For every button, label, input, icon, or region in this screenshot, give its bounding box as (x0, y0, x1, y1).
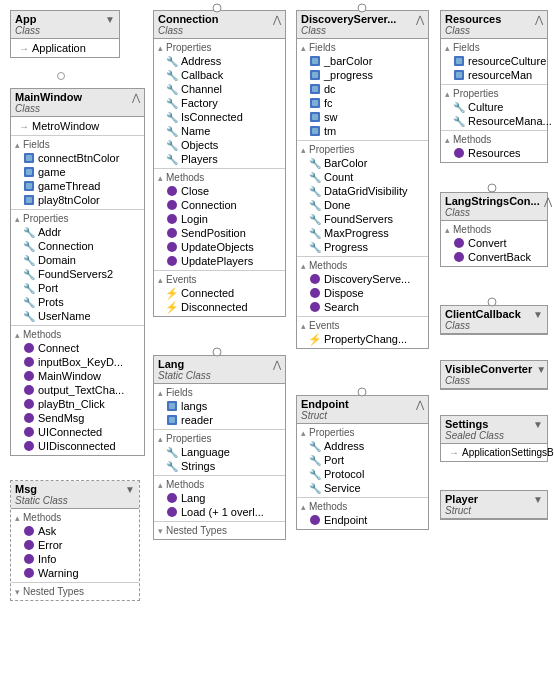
box-langstringscon-collapse-icon[interactable]: ⋀ (544, 196, 552, 207)
box-lang: Lang Static Class ⋀ ▴ Fields langs reade… (153, 355, 286, 540)
box-app-header: App Class ▼ (11, 11, 119, 39)
box-resources-fields-label: ▴ Fields (441, 41, 547, 54)
box-endpoint-subtitle: Struct (301, 410, 349, 421)
box-lang-props-section: ▴ Properties 🔧Language 🔧Strings (154, 430, 285, 476)
list-item: Ask (11, 524, 139, 538)
list-item: SendPosition (154, 226, 285, 240)
box-clientcallback-title: ClientCallback (445, 308, 521, 320)
ds-methods-collapse-icon[interactable]: ▴ (301, 261, 306, 271)
connector-app-bottom (57, 72, 65, 80)
box-resources-subtitle: Class (445, 25, 501, 36)
endpoint-props-collapse-icon[interactable]: ▴ (301, 428, 306, 438)
box-langstringscon-methods-label: ▴ Methods (441, 223, 547, 236)
box-mainwindow-props-section: ▴ Properties 🔧Addr 🔧Connection 🔧Domain 🔧… (11, 210, 144, 326)
box-visibleconverter: VisibleConverter Class ▼ (440, 360, 548, 390)
msg-methods-collapse-icon[interactable]: ▴ (15, 513, 20, 523)
box-lang-title: Lang (158, 358, 211, 370)
list-item: 🔧Connection (11, 239, 144, 253)
endpoint-methods-collapse-icon[interactable]: ▴ (301, 502, 306, 512)
list-item: resourceCulture (441, 54, 547, 68)
list-item: 🔧UserName (11, 309, 144, 323)
box-langstringscon-methods-section: ▴ Methods Convert ConvertBack (441, 221, 547, 266)
list-item: 🔧ResourceMana... (441, 114, 547, 128)
box-clientcallback-collapse-icon[interactable]: ▼ (533, 309, 543, 320)
box-lang-collapse-icon[interactable]: ⋀ (273, 359, 281, 370)
box-msg: Msg Static Class ▼ ▴ Methods Ask Error I… (10, 480, 140, 601)
box-visibleconverter-subtitle: Class (445, 375, 532, 386)
ds-props-collapse-icon[interactable]: ▴ (301, 145, 306, 155)
box-discoveryserver-methods-section: ▴ Methods DiscoveryServe... Dispose Sear… (297, 257, 428, 317)
box-mainwindow-methods-section: ▴ Methods Connect inputBox_KeyD... MainW… (11, 326, 144, 455)
list-item: Error (11, 538, 139, 552)
connection-events-collapse-icon[interactable]: ▴ (158, 275, 163, 285)
box-resources-props-section: ▴ Properties 🔧Culture 🔧ResourceMana... (441, 85, 547, 131)
box-settings-inherit-item: → ApplicationSettingsBa... (441, 446, 547, 459)
list-item: 🔧Players (154, 152, 285, 166)
list-item: tm (297, 124, 428, 138)
lang-props-collapse-icon[interactable]: ▴ (158, 434, 163, 444)
box-resources-methods-label: ▴ Methods (441, 133, 547, 146)
msg-nested-collapse-icon[interactable]: ▾ (15, 587, 20, 597)
props-collapse-icon[interactable]: ▴ (15, 214, 20, 224)
box-lang-nested-label: ▾ Nested Types (154, 524, 285, 537)
lang-nested-collapse-icon[interactable]: ▾ (158, 526, 163, 536)
box-connection-events-section: ▴ Events ⚡Connected ⚡Disconnected (154, 271, 285, 316)
list-item: Connect (11, 341, 144, 355)
list-item: 🔧Channel (154, 82, 285, 96)
box-discoveryserver-header: DiscoveryServer... Class ⋀ (297, 11, 428, 39)
connection-methods-collapse-icon[interactable]: ▴ (158, 173, 163, 183)
list-item: UIConnected (11, 425, 144, 439)
list-item: 🔧Culture (441, 100, 547, 114)
methods-collapse-icon[interactable]: ▴ (15, 330, 20, 340)
lsc-methods-collapse-icon[interactable]: ▴ (445, 225, 450, 235)
box-visibleconverter-collapse-icon[interactable]: ▼ (536, 364, 546, 375)
fields-collapse-icon[interactable]: ▴ (15, 140, 20, 150)
box-msg-collapse-icon[interactable]: ▼ (125, 484, 135, 495)
connection-props-collapse-icon[interactable]: ▴ (158, 43, 163, 53)
box-lang-props-label: ▴ Properties (154, 432, 285, 445)
res-props-collapse-icon[interactable]: ▴ (445, 89, 450, 99)
box-mainwindow-collapse-icon[interactable]: ⋀ (132, 92, 140, 103)
box-player-collapse-icon[interactable]: ▼ (533, 494, 543, 505)
box-msg-nested-label: ▾ Nested Types (11, 585, 139, 598)
ds-fields-collapse-icon[interactable]: ▴ (301, 43, 306, 53)
res-fields-collapse-icon[interactable]: ▴ (445, 43, 450, 53)
list-item: Connection (154, 198, 285, 212)
box-resources-collapse-icon[interactable]: ⋀ (535, 14, 543, 25)
box-connection-collapse-icon[interactable]: ⋀ (273, 14, 281, 25)
box-app-collapse-icon[interactable]: ▼ (105, 14, 115, 25)
list-item: 🔧Language (154, 445, 285, 459)
box-resources-title: Resources (445, 13, 501, 25)
box-app-inherit-item: → Application (11, 41, 119, 55)
lang-methods-collapse-icon[interactable]: ▴ (158, 480, 163, 490)
box-connection: Connection Class ⋀ ▴ Properties 🔧Address… (153, 10, 286, 317)
box-settings-header: Settings Sealed Class ▼ (441, 416, 547, 444)
box-settings-title: Settings (445, 418, 504, 430)
box-endpoint-collapse-icon[interactable]: ⋀ (416, 399, 424, 410)
box-msg-nested-section: ▾ Nested Types (11, 583, 139, 600)
list-item: 🔧Port (297, 453, 428, 467)
box-lang-fields-label: ▴ Fields (154, 386, 285, 399)
res-methods-collapse-icon[interactable]: ▴ (445, 135, 450, 145)
box-resources-props-label: ▴ Properties (441, 87, 547, 100)
box-discoveryserver-props-section: ▴ Properties 🔧BarColor 🔧Count 🔧DataGridV… (297, 141, 428, 257)
box-settings-subtitle: Sealed Class (445, 430, 504, 441)
box-connection-title: Connection (158, 13, 219, 25)
list-item: sw (297, 110, 428, 124)
list-item: Lang (154, 491, 285, 505)
box-endpoint-title: Endpoint (301, 398, 349, 410)
box-lang-nested-section: ▾ Nested Types (154, 522, 285, 539)
box-discoveryserver-collapse-icon[interactable]: ⋀ (416, 14, 424, 25)
list-item: 🔧Strings (154, 459, 285, 473)
box-langstringscon: LangStringsCon... Class ⋀ ▴ Methods Conv… (440, 192, 548, 267)
box-connection-subtitle: Class (158, 25, 219, 36)
ds-events-collapse-icon[interactable]: ▴ (301, 321, 306, 331)
box-discoveryserver-fields-section: ▴ Fields _barColor _progress dc fc sw tm (297, 39, 428, 141)
lang-fields-collapse-icon[interactable]: ▴ (158, 388, 163, 398)
box-lang-header: Lang Static Class ⋀ (154, 356, 285, 384)
box-settings-collapse-icon[interactable]: ▼ (533, 419, 543, 430)
list-item: ⚡Disconnected (154, 300, 285, 314)
box-app-inherit-section: → Application (11, 39, 119, 57)
list-item: _progress (297, 68, 428, 82)
list-item: game (11, 165, 144, 179)
